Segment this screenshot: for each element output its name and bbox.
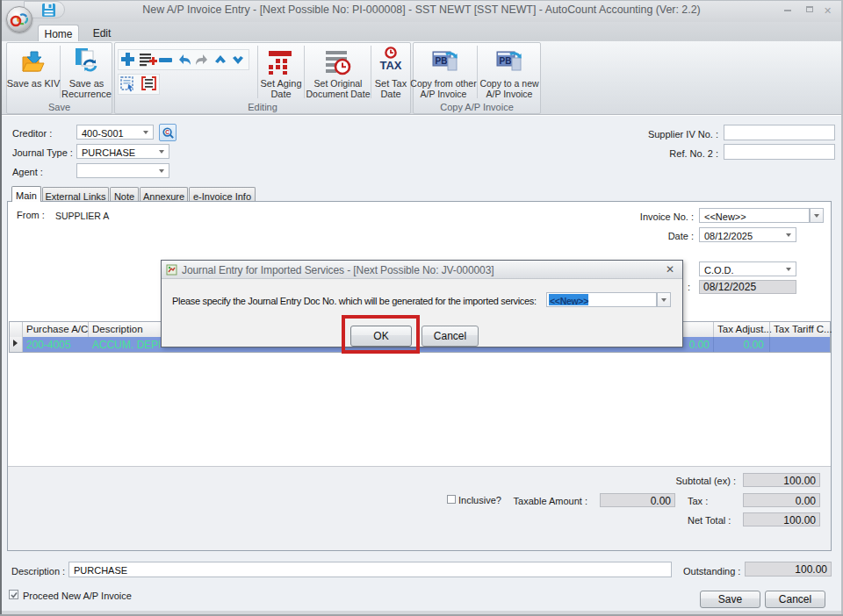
svg-text:TAX: TAX <box>379 59 401 72</box>
svg-text:C: C <box>165 129 169 135</box>
svg-text:PB: PB <box>500 56 512 66</box>
svg-text:PB: PB <box>436 56 448 66</box>
